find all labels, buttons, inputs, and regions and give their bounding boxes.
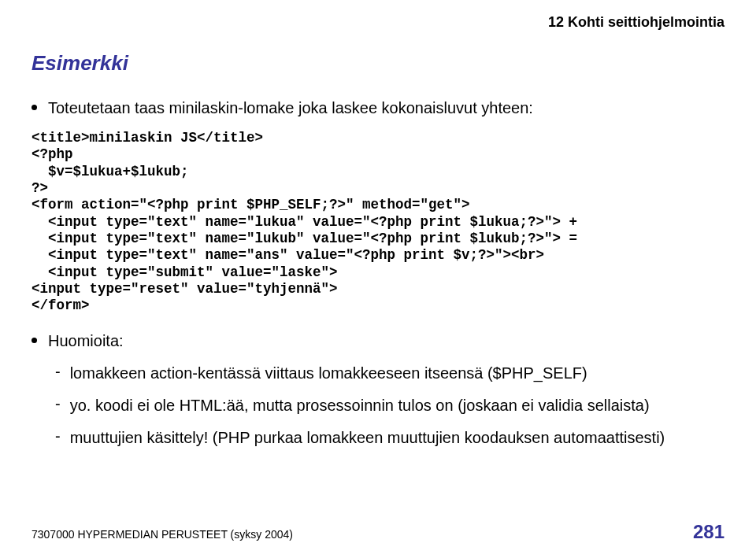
- dash-icon: -: [55, 363, 61, 381]
- dash-icon: -: [55, 427, 61, 445]
- sub-list: - lomakkeen action-kentässä viittaus lom…: [55, 363, 724, 449]
- bullet-item: Huomioita:: [32, 331, 724, 352]
- bullet-text: Huomioita:: [48, 331, 124, 352]
- bullet-text: Toteutetaan taas minilaskin-lomake joka …: [48, 98, 533, 119]
- list-item: - muuttujien käsittely! (PHP purkaa loma…: [55, 427, 724, 449]
- list-item: - yo. koodi ei ole HTML:ää, mutta proses…: [55, 395, 724, 416]
- chapter-heading: 12 Kohti seittiohjelmointia: [32, 14, 724, 31]
- footer: 7307000 HYPERMEDIAN PERUSTEET (syksy 200…: [32, 521, 724, 543]
- sub-text: lomakkeen action-kentässä viittaus lomak…: [70, 363, 587, 384]
- sub-text: yo. koodi ei ole HTML:ää, mutta prosesso…: [70, 395, 650, 416]
- sub-text: muuttujien käsittely! (PHP purkaa lomakk…: [70, 427, 665, 449]
- dash-icon: -: [55, 395, 61, 413]
- list-item: - lomakkeen action-kentässä viittaus lom…: [55, 363, 724, 384]
- bullet-icon: [32, 105, 37, 110]
- bullet-item: Toteutetaan taas minilaskin-lomake joka …: [32, 98, 724, 119]
- bullet-icon: [32, 338, 37, 343]
- page-number: 281: [693, 521, 724, 543]
- slide-title: Esimerkki: [32, 51, 724, 76]
- code-block: <title>minilaskin JS</title> <?php $v=$l…: [32, 130, 724, 315]
- course-code: 7307000 HYPERMEDIAN PERUSTEET (syksy 200…: [32, 528, 293, 541]
